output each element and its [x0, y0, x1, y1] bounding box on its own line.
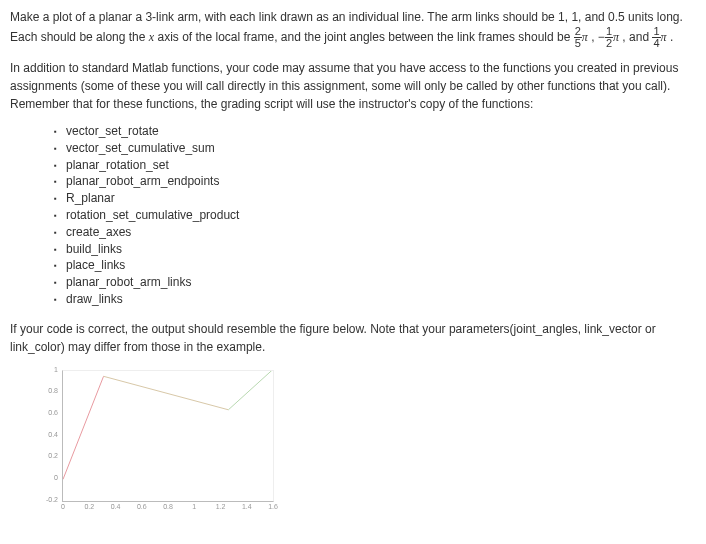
fraction-1-4: 14 — [652, 26, 660, 49]
x-tick-label: 0.6 — [137, 502, 147, 513]
function-item: vector_set_rotate — [54, 123, 696, 140]
x-tick-label: 1.6 — [268, 502, 278, 513]
function-item: R_planar — [54, 190, 696, 207]
paragraph-2: In addition to standard Matlab functions… — [10, 59, 696, 113]
x-tick-label: 0.2 — [84, 502, 94, 513]
text: , and — [622, 30, 652, 44]
plot-lines — [63, 371, 273, 501]
pi: π — [582, 30, 588, 44]
arm-link — [104, 376, 229, 409]
minus: − — [598, 30, 605, 44]
pi: π — [661, 30, 667, 44]
example-plot: 00.20.40.60.811.21.41.6 -0.200.20.40.60.… — [40, 366, 280, 516]
paragraph-3: If your code is correct, the output shou… — [10, 320, 696, 356]
function-item: planar_robot_arm_links — [54, 274, 696, 291]
text: . — [670, 30, 673, 44]
function-item: planar_robot_arm_endpoints — [54, 173, 696, 190]
x-tick-label: 1.2 — [216, 502, 226, 513]
y-tick-label: 0.4 — [40, 430, 58, 441]
text: axis of the local frame, and the joint a… — [157, 30, 573, 44]
fraction-1-2: 12 — [605, 26, 613, 49]
arm-link — [63, 376, 104, 479]
math-variable-x: x — [149, 30, 154, 44]
fraction-2-5: 25 — [574, 26, 582, 49]
y-tick-label: 1 — [40, 365, 58, 376]
y-tick-label: 0.2 — [40, 451, 58, 462]
function-item: create_axes — [54, 224, 696, 241]
x-tick-label: 0.8 — [163, 502, 173, 513]
function-item: rotation_set_cumulative_product — [54, 207, 696, 224]
function-item: draw_links — [54, 291, 696, 308]
y-tick-label: 0.8 — [40, 386, 58, 397]
plot-area: 00.20.40.60.811.21.41.6 — [62, 370, 274, 502]
x-tick-label: 0 — [61, 502, 65, 513]
function-item: planar_rotation_set — [54, 157, 696, 174]
function-item: build_links — [54, 241, 696, 258]
x-tick-label: 1.4 — [242, 502, 252, 513]
function-item: place_links — [54, 257, 696, 274]
x-tick-label: 0.4 — [111, 502, 121, 513]
pi: π — [613, 30, 619, 44]
y-tick-label: 0.6 — [40, 408, 58, 419]
text: , — [591, 30, 598, 44]
x-tick-label: 1 — [192, 502, 196, 513]
function-item: vector_set_cumulative_sum — [54, 140, 696, 157]
function-list: vector_set_rotatevector_set_cumulative_s… — [10, 123, 696, 308]
paragraph-1: Make a plot of a planar a 3-link arm, wi… — [10, 8, 696, 49]
y-tick-label: 0 — [40, 473, 58, 484]
y-tick-label: -0.2 — [40, 495, 58, 506]
arm-link — [228, 371, 272, 410]
